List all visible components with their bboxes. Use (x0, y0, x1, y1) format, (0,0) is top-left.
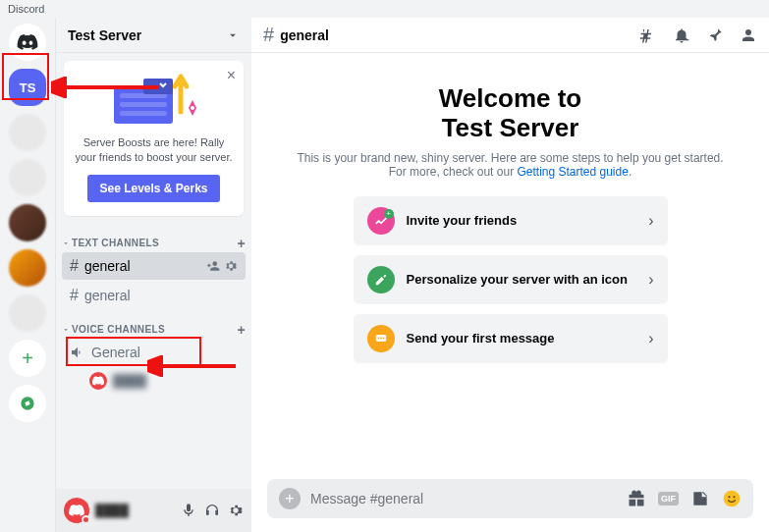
personalize-icon (367, 266, 395, 293)
channel-name: general (84, 258, 131, 274)
svg-point-13 (734, 496, 736, 498)
voice-user[interactable]: ████ (62, 369, 246, 393)
hash-icon: # (70, 287, 79, 304)
threads-icon[interactable] (639, 27, 657, 44)
boost-button[interactable]: See Levels & Perks (87, 175, 219, 202)
add-channel-button[interactable]: + (237, 322, 246, 338)
svg-point-12 (729, 496, 731, 498)
server-header[interactable]: Test Server (56, 18, 251, 53)
invite-icon: + (367, 207, 395, 235)
gift-icon[interactable] (627, 489, 646, 508)
voice-username: ████ (113, 374, 146, 388)
explore-button[interactable] (9, 385, 46, 422)
boost-illustration (74, 73, 234, 130)
add-user-icon[interactable] (206, 259, 220, 273)
chevron-down-icon (62, 239, 70, 247)
pin-icon[interactable] (706, 27, 724, 44)
add-server-button[interactable]: + (9, 340, 46, 377)
server-icon[interactable] (9, 204, 46, 241)
gear-icon[interactable] (228, 503, 244, 518)
server-name: Test Server (68, 27, 141, 43)
hash-icon: # (70, 257, 79, 275)
svg-rect-5 (143, 79, 173, 94)
emoji-icon[interactable] (722, 489, 742, 508)
voice-channel-general[interactable]: General (62, 339, 246, 366)
svg-rect-4 (120, 111, 167, 116)
card-first-message[interactable]: Send your first message › (354, 314, 668, 363)
hash-icon: # (263, 24, 274, 46)
boost-text: Server Boosts are here! Rally your frien… (74, 135, 234, 165)
channel-title: general (280, 27, 329, 43)
dm-home-button[interactable] (9, 24, 46, 61)
main-area: # general Welcome to Test Server This is… (251, 18, 769, 532)
welcome-title: Welcome to Test Server (439, 84, 581, 143)
svg-point-10 (382, 337, 384, 339)
text-channel-general[interactable]: # general (62, 252, 246, 280)
text-channels-header[interactable]: TEXT CHANNELS + (56, 236, 251, 251)
chevron-right-icon: › (648, 330, 653, 347)
chevron-down-icon (62, 326, 70, 334)
channel-name: General (91, 345, 140, 360)
card-label: Invite your friends (407, 213, 518, 228)
svg-rect-3 (120, 102, 167, 107)
section-label: TEXT CHANNELS (72, 238, 159, 248)
card-invite-friends[interactable]: + Invite your friends › (354, 196, 668, 245)
message-input[interactable]: Message #general (310, 491, 617, 506)
getting-started-link[interactable]: Getting Started guide (517, 165, 628, 179)
svg-point-8 (377, 337, 379, 339)
chevron-right-icon: › (648, 212, 653, 230)
chevron-down-icon (226, 28, 240, 42)
bell-icon[interactable] (673, 27, 690, 44)
voice-channels-header[interactable]: VOICE CHANNELS + (56, 322, 251, 338)
message-composer[interactable]: + Message #general GIF (267, 479, 753, 518)
svg-point-6 (191, 106, 194, 110)
server-icon[interactable] (9, 249, 46, 287)
members-icon[interactable] (740, 27, 757, 44)
avatar[interactable] (64, 498, 89, 523)
attach-button[interactable]: + (279, 488, 301, 509)
server-icon[interactable] (9, 159, 46, 196)
discord-logo-icon (17, 34, 38, 50)
user-panel: ████ (56, 489, 251, 532)
add-channel-button[interactable]: + (237, 236, 246, 251)
card-personalize[interactable]: Personalize your server with an icon › (354, 255, 668, 304)
username: ████ (95, 504, 175, 517)
svg-point-9 (380, 337, 382, 339)
chevron-right-icon: › (648, 271, 653, 289)
section-label: VOICE CHANNELS (72, 324, 165, 335)
avatar (89, 372, 107, 390)
headphones-icon[interactable] (204, 503, 220, 518)
server-rail: TS + (0, 18, 55, 532)
channel-header: # general (251, 18, 769, 53)
channel-name: general (84, 288, 131, 303)
svg-point-11 (724, 491, 741, 507)
titlebar: Discord (0, 0, 769, 18)
compass-icon (20, 396, 35, 411)
card-label: Personalize your server with an icon (407, 272, 628, 287)
gif-button[interactable]: GIF (658, 492, 679, 505)
text-channel-general[interactable]: # general (62, 282, 246, 309)
channel-sidebar: Test Server × Server Bo (55, 18, 251, 532)
server-icon[interactable] (9, 114, 46, 151)
welcome-subtitle: This is your brand new, shiny server. He… (291, 151, 730, 179)
card-label: Send your first message (407, 331, 555, 346)
speaker-icon (70, 345, 85, 360)
gear-icon[interactable] (224, 259, 238, 273)
message-icon (367, 325, 395, 352)
sticker-icon[interactable] (690, 489, 710, 508)
mic-icon[interactable] (181, 503, 196, 518)
boost-card: × Server Boosts are here! Rally your fri… (64, 61, 244, 216)
server-icon[interactable] (9, 294, 46, 332)
server-icon-test-server[interactable]: TS (9, 69, 46, 106)
